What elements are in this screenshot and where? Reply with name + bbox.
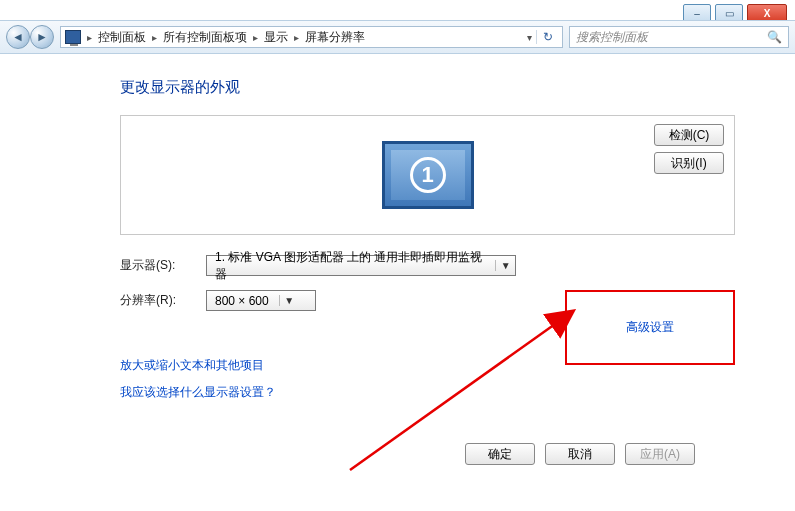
back-button[interactable]: ◄ bbox=[6, 25, 30, 49]
which-display-link[interactable]: 我应该选择什么显示器设置？ bbox=[120, 384, 735, 401]
chevron-right-icon: ▸ bbox=[292, 32, 301, 43]
breadcrumb-item[interactable]: 所有控制面板项 bbox=[163, 29, 247, 46]
address-bar[interactable]: ▸ 控制面板 ▸ 所有控制面板项 ▸ 显示 ▸ 屏幕分辨率 ▾ ↻ bbox=[60, 26, 563, 48]
control-panel-icon bbox=[65, 30, 81, 44]
chevron-right-icon: ▸ bbox=[85, 32, 94, 43]
nav-buttons: ◄ ► bbox=[6, 25, 54, 49]
display-preview: 检测(C) 识别(I) 1 bbox=[120, 115, 735, 235]
resolution-value: 800 × 600 bbox=[215, 294, 269, 308]
breadcrumb-item[interactable]: 控制面板 bbox=[98, 29, 146, 46]
breadcrumb-item[interactable]: 屏幕分辨率 bbox=[305, 29, 365, 46]
content-area: 更改显示器的外观 检测(C) 识别(I) 1 显示器(S): 1. 标准 VGA… bbox=[0, 54, 795, 511]
ok-button[interactable]: 确定 bbox=[465, 443, 535, 465]
dropdown-arrow-icon[interactable]: ▾ bbox=[527, 32, 532, 43]
display-value: 1. 标准 VGA 图形适配器 上的 通用非即插即用监视器 bbox=[215, 249, 485, 283]
window-controls: – ▭ X bbox=[683, 0, 795, 22]
chevron-right-icon: ▸ bbox=[251, 32, 260, 43]
cancel-button[interactable]: 取消 bbox=[545, 443, 615, 465]
annotation-highlight: 高级设置 bbox=[565, 290, 735, 365]
chevron-down-icon: ▼ bbox=[279, 295, 295, 306]
page-heading: 更改显示器的外观 bbox=[120, 78, 735, 97]
resolution-select[interactable]: 800 × 600 ▼ bbox=[206, 290, 316, 311]
forward-button[interactable]: ► bbox=[30, 25, 54, 49]
identify-button[interactable]: 识别(I) bbox=[654, 152, 724, 174]
monitor-thumbnail[interactable]: 1 bbox=[382, 141, 474, 209]
apply-button[interactable]: 应用(A) bbox=[625, 443, 695, 465]
chevron-right-icon: ▸ bbox=[150, 32, 159, 43]
advanced-settings-link[interactable]: 高级设置 bbox=[626, 319, 674, 336]
resolution-label: 分辨率(R): bbox=[120, 292, 206, 309]
toolbar: ◄ ► ▸ 控制面板 ▸ 所有控制面板项 ▸ 显示 ▸ 屏幕分辨率 ▾ ↻ 搜索… bbox=[0, 20, 795, 54]
footer-buttons: 确定 取消 应用(A) bbox=[465, 443, 695, 465]
search-placeholder: 搜索控制面板 bbox=[576, 29, 648, 46]
display-row: 显示器(S): 1. 标准 VGA 图形适配器 上的 通用非即插即用监视器 ▼ bbox=[120, 255, 735, 276]
detect-button[interactable]: 检测(C) bbox=[654, 124, 724, 146]
search-icon[interactable]: 🔍 bbox=[767, 30, 782, 44]
search-input[interactable]: 搜索控制面板 🔍 bbox=[569, 26, 789, 48]
monitor-number: 1 bbox=[410, 157, 446, 193]
display-select[interactable]: 1. 标准 VGA 图形适配器 上的 通用非即插即用监视器 ▼ bbox=[206, 255, 516, 276]
refresh-button[interactable]: ↻ bbox=[536, 30, 558, 44]
display-label: 显示器(S): bbox=[120, 257, 206, 274]
breadcrumb-item[interactable]: 显示 bbox=[264, 29, 288, 46]
chevron-down-icon: ▼ bbox=[495, 260, 511, 271]
